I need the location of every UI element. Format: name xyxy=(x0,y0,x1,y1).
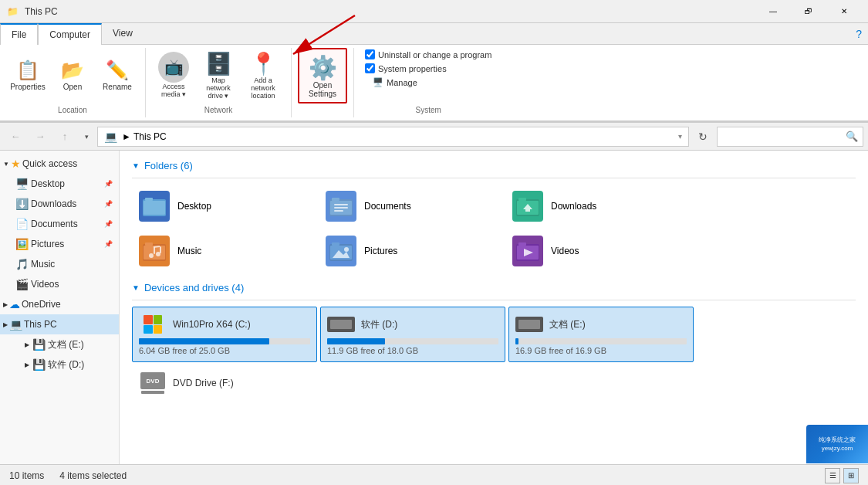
folder-desktop[interactable]: Desktop xyxy=(132,185,317,228)
dvd-badge-icon: DVD xyxy=(140,372,165,389)
back-button[interactable]: ← xyxy=(5,126,26,148)
sidebar-item-downloads[interactable]: ⬇️ Downloads 📌 xyxy=(0,194,119,214)
sidebar-item-documents[interactable]: 📄 Documents 📌 xyxy=(0,214,119,234)
search-input[interactable] xyxy=(722,131,846,142)
folder-videos[interactable]: Videos xyxy=(505,229,691,273)
list-view-button[interactable]: ☰ xyxy=(825,468,840,483)
drives-chevron-icon: ▼ xyxy=(132,283,140,292)
pictures-folder-label: Pictures xyxy=(364,246,397,256)
search-icon: 🔍 xyxy=(846,131,858,142)
folder-documents[interactable]: Documents xyxy=(319,185,504,228)
svg-line-23 xyxy=(154,246,160,247)
pictures-folder-icon xyxy=(326,236,356,266)
status-selected-count: 4 items selected xyxy=(59,470,127,481)
drive-f-icon: DVD xyxy=(139,372,167,394)
title-folder-icon: 📁 xyxy=(6,5,19,18)
sidebar-section-onedrive[interactable]: ▶ ☁ OneDrive xyxy=(0,294,119,314)
restore-button[interactable]: 🗗 xyxy=(791,0,826,23)
location-group-label: Location xyxy=(0,106,145,114)
drive-f[interactable]: DVD DVD Drive (F:) xyxy=(132,365,317,421)
tab-computer[interactable]: Computer xyxy=(38,23,102,45)
watermark-text: 纯净系统之家yewjzy.com xyxy=(819,436,856,453)
quick-access-star-icon: ★ xyxy=(11,158,21,170)
status-bar: 10 items 4 items selected ☰ ⊞ xyxy=(0,464,868,485)
forward-button[interactable]: → xyxy=(29,126,51,148)
folder-pictures[interactable]: Pictures xyxy=(319,229,504,273)
tab-view[interactable]: View xyxy=(102,23,144,44)
ribbon: File Computer View ? 📋 Properties 📂 Open xyxy=(0,23,868,123)
drive-d[interactable]: 软件 (D:) 11.9 GB free of 18.0 GB xyxy=(320,307,505,362)
sidebar-item-music[interactable]: 🎵 Music xyxy=(0,254,119,274)
help-button[interactable]: ? xyxy=(856,23,868,44)
up-button[interactable]: ↑ xyxy=(54,126,76,148)
svg-rect-22 xyxy=(160,246,161,253)
sidebar-item-ruan-d[interactable]: ▶ 💾 软件 (D:) xyxy=(0,354,119,375)
svg-rect-21 xyxy=(154,247,155,254)
minimize-button[interactable]: — xyxy=(755,0,791,23)
address-input[interactable]: 💻 ► This PC ▾ xyxy=(97,127,689,147)
folders-section-header[interactable]: ▼ Folders (6) xyxy=(132,160,856,171)
drive-c-bar-container xyxy=(139,338,310,344)
view-controls: ☰ ⊞ xyxy=(825,468,859,483)
recent-locations-button[interactable]: ▾ xyxy=(79,126,94,148)
onedrive-expand-icon: ▶ xyxy=(3,301,8,308)
pictures-icon: 🖼️ xyxy=(15,238,28,250)
rename-button[interactable]: ✏️ Rename xyxy=(96,48,139,102)
svg-rect-17 xyxy=(145,242,153,246)
manage-icon: 🖥️ xyxy=(373,77,383,87)
folder-downloads[interactable]: Downloads xyxy=(505,185,691,228)
open-button[interactable]: 📂 Open xyxy=(51,48,94,102)
open-settings-button[interactable]: ⚙️ OpenSettings xyxy=(298,48,347,103)
sidebar-item-pictures[interactable]: 🖼️ Pictures 📌 xyxy=(0,234,119,254)
drive-e[interactable]: 文档 (E:) 16.9 GB free of 16.9 GB xyxy=(508,307,694,362)
logo-yellow xyxy=(154,325,163,334)
downloads-folder-icon xyxy=(512,191,543,222)
grid-view-button[interactable]: ⊞ xyxy=(843,468,859,483)
drive-c[interactable]: Win10Pro X64 (C:) 6.04 GB free of 25.0 G… xyxy=(132,307,317,362)
svg-point-28 xyxy=(344,247,349,252)
wen-expand-icon: ▶ xyxy=(25,341,29,348)
search-box[interactable]: 🔍 xyxy=(717,127,863,147)
hdd-d-icon xyxy=(327,317,355,332)
uninstall-checkbox-input[interactable] xyxy=(365,49,375,59)
folders-grid: Desktop Documents Downloads xyxy=(132,185,856,273)
ribbon-group-open-settings: ⚙️ OpenSettings xyxy=(292,48,354,117)
access-media-label: Accessmedia ▾ xyxy=(161,83,186,98)
properties-button[interactable]: 📋 Properties xyxy=(6,48,49,102)
pictures-label: Pictures xyxy=(31,239,64,249)
system-properties-checkbox-input[interactable] xyxy=(365,63,375,73)
refresh-button[interactable]: ↻ xyxy=(692,126,714,148)
uninstall-label: Uninstall or change a program xyxy=(378,50,491,59)
manage-button[interactable]: 🖥️ Manage xyxy=(360,76,422,89)
hdd-e-inner xyxy=(518,320,540,329)
system-properties-checkbox[interactable]: System properties xyxy=(360,62,451,75)
close-button[interactable]: ✕ xyxy=(826,0,862,23)
add-network-location-button[interactable]: 📍 Add a networklocation xyxy=(241,48,285,102)
sidebar-section-quick-access[interactable]: ▼ ★ Quick access xyxy=(0,154,119,174)
documents-label: Documents xyxy=(31,219,78,229)
drive-e-free: 16.9 GB free of 16.9 GB xyxy=(515,346,687,355)
folders-section-label: Folders (6) xyxy=(144,160,193,171)
downloads-folder-label: Downloads xyxy=(551,201,596,212)
open-icon: 📂 xyxy=(61,59,84,81)
desktop-label: Desktop xyxy=(31,178,65,189)
sidebar-item-wen-e[interactable]: ▶ 💾 文档 (E:) xyxy=(0,334,119,354)
watermark: 纯净系统之家yewjzy.com xyxy=(806,425,868,463)
videos-icon: 🎬 xyxy=(15,278,28,290)
map-network-drive-button[interactable]: 🗄️ Map networkdrive ▾ xyxy=(197,48,240,102)
windows-logo xyxy=(144,315,162,334)
address-bar: ← → ↑ ▾ 💻 ► This PC ▾ ↻ 🔍 xyxy=(0,123,868,151)
downloads-label: Downloads xyxy=(31,198,76,209)
uninstall-checkbox[interactable]: Uninstall or change a program xyxy=(360,48,496,61)
sidebar-item-videos[interactable]: 🎬 Videos xyxy=(0,274,119,294)
access-media-button[interactable]: 📺 Accessmedia ▾ xyxy=(152,48,195,102)
add-network-location-label: Add a networklocation xyxy=(245,76,281,100)
folder-music[interactable]: Music xyxy=(132,229,317,273)
sidebar-item-desktop[interactable]: 🖥️ Desktop 📌 xyxy=(0,174,119,194)
drives-section-header[interactable]: ▼ Devices and drives (4) xyxy=(132,282,856,293)
tab-file[interactable]: File xyxy=(0,23,38,45)
desktop-pin-icon: 📌 xyxy=(104,180,113,188)
sidebar-section-this-pc[interactable]: ▶ 💻 This PC xyxy=(0,314,119,334)
system-properties-label: System properties xyxy=(378,64,447,73)
window-controls[interactable]: — 🗗 ✕ xyxy=(755,0,862,23)
